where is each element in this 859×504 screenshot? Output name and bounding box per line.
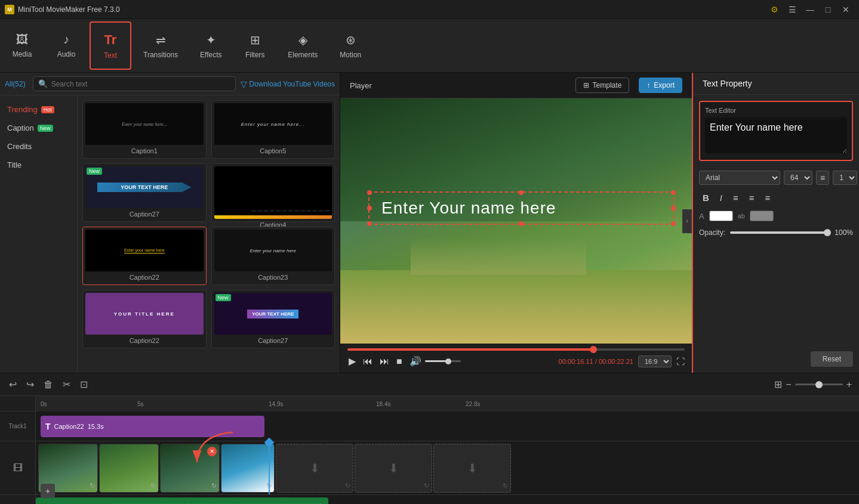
text-color-swatch[interactable] — [709, 211, 733, 221]
redo-button[interactable]: ↪ — [24, 377, 36, 392]
text-item-caption22[interactable]: Enter your name here Caption22 — [82, 227, 207, 285]
toolbar-item-elements[interactable]: ◈ Elements — [278, 21, 327, 70]
template-button[interactable]: ⊞ Template — [575, 78, 630, 93]
caption23-label: Caption23 — [214, 271, 332, 282]
menu-icon[interactable]: ☰ — [784, 1, 800, 18]
text-item-caption5[interactable]: Enter your name here... Caption5 — [211, 100, 335, 159]
toolbar-item-filters[interactable]: ⊞ Filters — [234, 21, 276, 70]
align-right-button[interactable]: ≡ — [762, 191, 774, 205]
right-expand-handle[interactable]: › — [682, 209, 692, 233]
line-spacing-button[interactable]: ≡ — [816, 171, 829, 185]
film-icon: 🎞 — [13, 463, 23, 474]
category-list: Trending Hot Caption New Credits Title — [0, 95, 78, 373]
video-clip-2[interactable]: ↻ — [99, 444, 159, 493]
line-number-select[interactable]: 1 2 3 — [833, 171, 857, 185]
media-icon: 🖼 — [16, 33, 28, 47]
volume-area: 🔊 — [408, 354, 461, 368]
text-editor-input[interactable]: Enter Your name here — [705, 118, 847, 153]
zoom-out-icon: − — [786, 379, 791, 390]
search-input[interactable] — [51, 80, 230, 88]
stop-button[interactable]: ■ — [395, 355, 404, 368]
corner-handle-tr[interactable] — [671, 190, 676, 195]
video-clip-empty3[interactable]: ⬇ ↻ — [433, 444, 511, 493]
crop-button[interactable]: ⊡ — [78, 377, 90, 392]
category-caption[interactable]: Caption New — [0, 119, 77, 137]
app-title: MiniTool MovieMaker Free 7.3.0 — [18, 5, 766, 14]
zoom-slider-thumb[interactable] — [815, 381, 823, 388]
category-trending[interactable]: Trending Hot — [0, 100, 77, 119]
toolbar-item-text[interactable]: Tr Text — [90, 21, 131, 70]
corner-handle-ml[interactable] — [367, 206, 372, 211]
audio-clip[interactable]: ♫ Photo Album 22.1s — [36, 497, 328, 504]
italic-button[interactable]: I — [716, 191, 726, 205]
video-clip-empty1[interactable]: ⬇ ↻ — [276, 444, 353, 493]
text-item-caption4[interactable]: — — — — — — — — — — — — — Caption4 — [211, 163, 335, 222]
reset-button[interactable]: Reset — [811, 351, 853, 367]
font-select[interactable]: Arial Times New Roman Helvetica — [699, 171, 780, 185]
volume-slider[interactable] — [425, 360, 461, 362]
progress-bar[interactable] — [347, 348, 685, 351]
red-arrow — [185, 429, 245, 479]
close-button[interactable]: ✕ — [838, 1, 854, 18]
add-track-button[interactable]: + — [41, 484, 55, 498]
align-left-button[interactable]: ≡ — [729, 191, 742, 205]
maximize-button[interactable]: □ — [820, 1, 836, 18]
export-button[interactable]: ↑ Export — [639, 78, 682, 93]
download-youtube-button[interactable]: ▽ Download YouTube Videos — [241, 79, 335, 89]
text-item-caption23[interactable]: Enter your name here Caption23 — [211, 227, 335, 285]
toolbar-item-audio[interactable]: ♪ Audio — [45, 21, 87, 70]
search-bar: 🔍 — [33, 76, 236, 91]
panel-toolbar: All(52) 🔍 ▽ Download YouTube Videos — [0, 73, 340, 95]
toolbar-item-effects[interactable]: ✦ Effects — [190, 21, 232, 70]
opacity-thumb[interactable] — [824, 229, 831, 236]
toolbar-item-media[interactable]: 🖼 Media — [1, 21, 43, 70]
player-controls: ▶ ⏮ ⏭ ■ 🔊 00:00:16.11 / 00:00:22.21 — [340, 344, 692, 373]
next-button[interactable]: ⏭ — [378, 355, 390, 368]
text-item-title[interactable]: YOUR TITLE HERE Caption22 — [82, 290, 207, 348]
text-item-caption1[interactable]: Enter your name here... Caption1 — [82, 100, 207, 159]
toolbar-item-transitions[interactable]: ⇌ Transitions — [134, 21, 187, 70]
bold-button[interactable]: B — [699, 191, 713, 205]
prev-button[interactable]: ⏮ — [362, 355, 374, 368]
ruler-14s: 14.9s — [269, 401, 283, 407]
volume-thumb[interactable] — [445, 358, 451, 364]
delete-button[interactable]: 🗑 — [42, 378, 55, 392]
stroke-color-swatch[interactable] — [750, 211, 774, 221]
text-item-caption27b[interactable]: New YOUR TEXT HERE Caption27 — [211, 290, 335, 348]
category-title[interactable]: Title — [0, 156, 77, 174]
settings-icon[interactable]: ⚙ — [766, 1, 783, 18]
clip1-repeat-icon: ↻ — [90, 482, 95, 490]
content-grid: Trending Hot Caption New Credits Title — [0, 95, 340, 373]
aspect-ratio-select[interactable]: 16:9 9:16 1:1 — [638, 355, 672, 367]
volume-button[interactable]: 🔊 — [408, 354, 423, 368]
corner-handle-br[interactable] — [671, 221, 676, 226]
minimize-button[interactable]: — — [802, 1, 818, 18]
player-header: Player ⊞ Template ↑ Export — [340, 73, 692, 98]
corner-handle-tc[interactable] — [519, 190, 524, 195]
caption27-new-badge: New — [87, 168, 102, 175]
toolbar-item-motion[interactable]: ⊛ Motion — [330, 21, 371, 70]
toolbar-text-label: Text — [104, 51, 117, 60]
caption-t-icon: T — [45, 422, 51, 431]
cut-button[interactable]: ✂ — [61, 377, 72, 392]
category-credits[interactable]: Credits — [0, 137, 77, 156]
corner-handle-bc[interactable] — [519, 221, 524, 226]
corner-handle-mr[interactable] — [671, 206, 676, 211]
zoom-slider[interactable] — [795, 384, 843, 385]
undo-button[interactable]: ↩ — [7, 377, 19, 392]
progress-thumb[interactable] — [590, 346, 597, 353]
align-center-button[interactable]: ≡ — [746, 191, 758, 205]
opacity-slider-track[interactable] — [730, 231, 827, 234]
caption-label: Caption — [7, 123, 34, 132]
text-overlay-box[interactable]: Enter Your name here — [368, 191, 674, 225]
time-total: 00:00:22.21 — [599, 358, 633, 365]
toolbar: 🖼 Media ♪ Audio Tr Text ⇌ Transitions ✦ … — [0, 19, 859, 73]
corner-handle-tl[interactable] — [367, 190, 372, 195]
playhead-line — [269, 441, 270, 494]
download-icon: ▽ — [241, 79, 247, 89]
fullscreen-button[interactable]: ⛶ — [676, 357, 685, 366]
play-button[interactable]: ▶ — [347, 354, 357, 368]
text-item-caption27[interactable]: New YOUR TEXT HERE Caption27 — [82, 163, 207, 222]
video-clip-empty2[interactable]: ⬇ ↻ — [355, 444, 432, 493]
font-size-select[interactable]: 64 48 32 72 — [784, 171, 812, 185]
